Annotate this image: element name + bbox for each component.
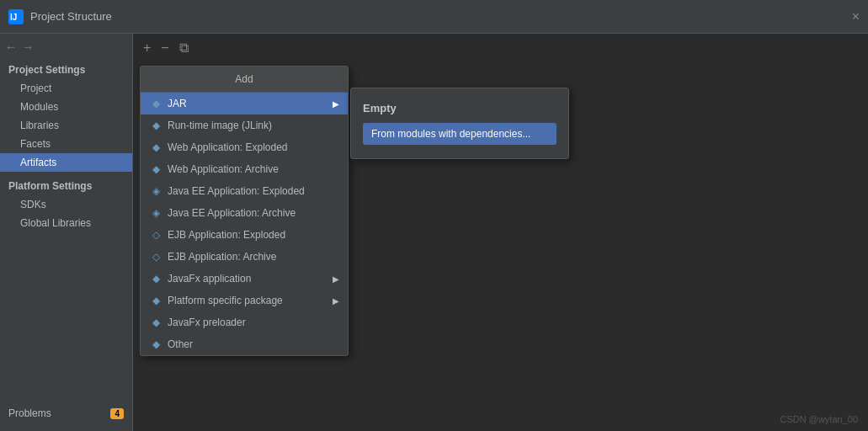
sidebar-item-facets[interactable]: Facets xyxy=(0,135,132,153)
project-settings-label: Project Settings xyxy=(0,59,132,79)
sub-panel-title: Empty xyxy=(363,102,556,114)
sidebar-item-project[interactable]: Project xyxy=(0,79,132,98)
menu-item-platform-pkg[interactable]: Platform specific package ▶ xyxy=(141,290,348,311)
platform-arrow: ▶ xyxy=(333,296,339,306)
jar-arrow: ▶ xyxy=(333,99,339,109)
nav-toolbar: ← → xyxy=(0,37,132,59)
sidebar-item-artifacts[interactable]: Artifacts xyxy=(0,153,132,172)
content-area: + − ⧉ Add JAR ▶ Run-time image (JLink) xyxy=(133,34,868,431)
title-bar-left: IJ Project Structure xyxy=(8,9,112,24)
forward-button[interactable]: → xyxy=(22,40,34,54)
content-toolbar: + − ⧉ xyxy=(133,34,868,62)
jar-icon xyxy=(149,97,162,110)
problems-badge: 4 xyxy=(110,408,124,419)
menu-item-javafx-app[interactable]: JavaFx application ▶ xyxy=(141,268,348,290)
watermark: CSDN @wytan_00 xyxy=(780,414,858,424)
title-bar: IJ Project Structure × xyxy=(0,0,868,34)
other-icon xyxy=(149,338,162,351)
main-container: ← → Project Settings Project Modules Lib… xyxy=(0,34,868,431)
problems-row[interactable]: Problems 4 xyxy=(0,402,132,424)
platform-settings-label: Platform Settings xyxy=(0,172,132,195)
menu-item-web-exploded[interactable]: Web Application: Exploded xyxy=(141,136,348,158)
runtime-icon xyxy=(149,119,162,132)
svg-text:IJ: IJ xyxy=(10,13,17,22)
sub-panel: Empty From modules with dependencies... xyxy=(350,88,569,159)
copy-toolbar-button[interactable]: ⧉ xyxy=(176,39,192,57)
ejb-archive-icon xyxy=(149,250,162,263)
close-button[interactable]: × xyxy=(852,9,860,24)
menu-item-runtime-image[interactable]: Run-time image (JLink) xyxy=(141,114,348,136)
add-toolbar-button[interactable]: + xyxy=(140,39,154,57)
menu-item-jar[interactable]: JAR ▶ xyxy=(141,93,348,114)
problems-label: Problems xyxy=(8,407,110,419)
javafx-preloader-icon xyxy=(149,316,162,329)
menu-item-other[interactable]: Other xyxy=(141,333,348,355)
sidebar-item-global-libraries[interactable]: Global Libraries xyxy=(0,214,132,232)
sidebar-item-libraries[interactable]: Libraries xyxy=(0,116,132,135)
javaee-exploded-icon xyxy=(149,184,162,198)
web-archive-icon xyxy=(149,162,162,176)
sidebar-item-sdks[interactable]: SDKs xyxy=(0,195,132,214)
from-modules-button[interactable]: From modules with dependencies... xyxy=(363,123,556,145)
sidebar: ← → Project Settings Project Modules Lib… xyxy=(0,34,133,431)
javafx-app-icon xyxy=(149,272,162,285)
menu-item-web-archive[interactable]: Web Application: Archive xyxy=(141,158,348,180)
menu-item-ejb-exploded[interactable]: EJB Application: Exploded xyxy=(141,224,348,246)
dropdown-overlay: Add JAR ▶ Run-time image (JLink) Web App… xyxy=(140,66,569,356)
app-icon: IJ xyxy=(8,9,24,24)
platform-pkg-icon xyxy=(149,294,162,307)
menu-item-javaee-exploded[interactable]: Java EE Application: Exploded xyxy=(141,180,348,202)
javafx-arrow: ▶ xyxy=(333,274,339,284)
remove-toolbar-button[interactable]: − xyxy=(157,39,172,57)
dropdown-title: Add xyxy=(141,67,348,93)
menu-item-javaee-archive[interactable]: Java EE Application: Archive xyxy=(141,202,348,224)
javaee-archive-icon xyxy=(149,206,162,220)
menu-item-ejb-archive[interactable]: EJB Application: Archive xyxy=(141,246,348,268)
web-exploded-icon xyxy=(149,141,162,154)
add-dropdown-menu: Add JAR ▶ Run-time image (JLink) Web App… xyxy=(140,66,349,356)
menu-item-javafx-preloader[interactable]: JavaFx preloader xyxy=(141,311,348,333)
ejb-exploded-icon xyxy=(149,228,162,242)
window-title: Project Structure xyxy=(30,10,112,23)
back-button[interactable]: ← xyxy=(5,40,17,54)
sidebar-item-modules[interactable]: Modules xyxy=(0,98,132,116)
